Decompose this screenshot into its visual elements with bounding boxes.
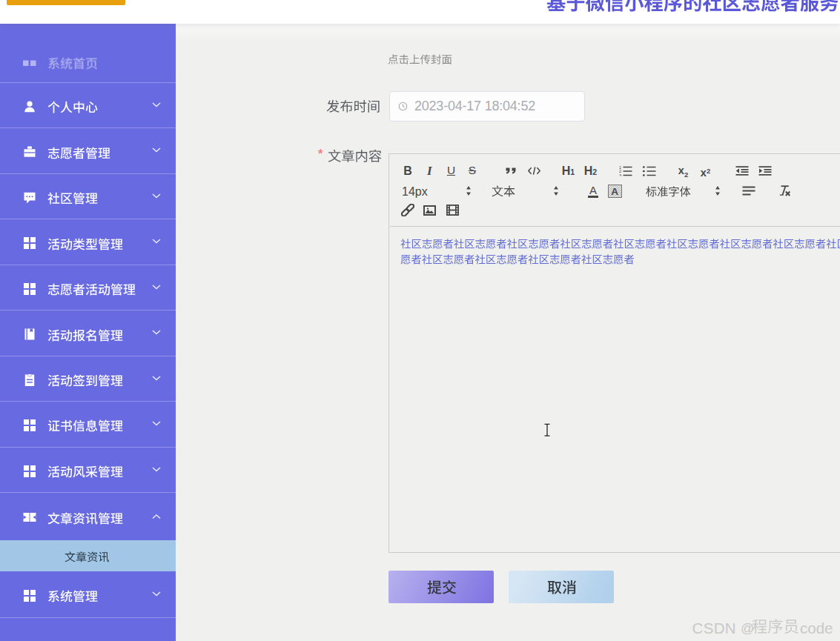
svg-text:A: A — [611, 186, 618, 197]
svg-text:3: 3 — [619, 173, 621, 176]
